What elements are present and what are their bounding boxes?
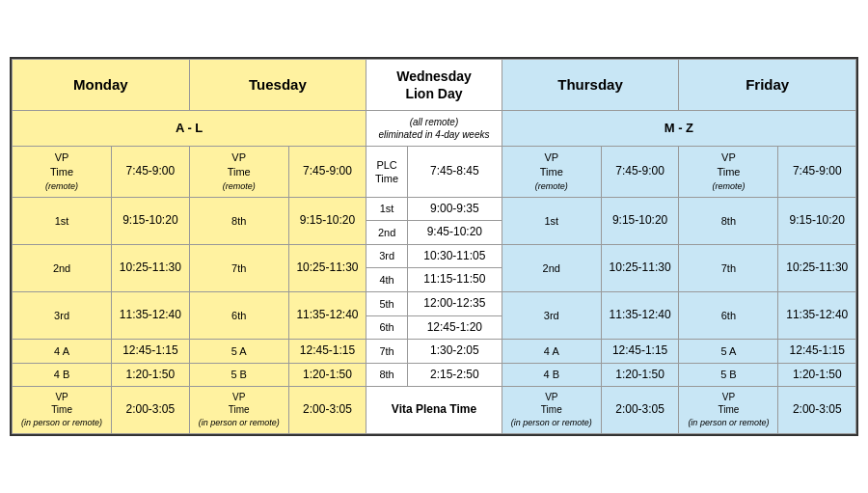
wed-5th-time: 12:00-12:35 xyxy=(407,291,502,315)
thu-3rd-label: 3rd xyxy=(502,291,601,339)
thu-2nd-time: 10:25-11:30 xyxy=(601,244,678,291)
fri-vp-label: VPTime(remote) xyxy=(679,147,778,197)
wed-plc-time: 7:45-8:45 xyxy=(407,147,502,197)
wed-8th-time: 2:15-2:50 xyxy=(407,363,502,387)
friday-header: Friday xyxy=(679,59,856,110)
mon-4a-label: 4 A xyxy=(13,340,112,364)
tue-6th-label: 6th xyxy=(189,291,288,339)
mon-4b-label: 4 B xyxy=(13,363,112,387)
wed-plc-label: PLCTime xyxy=(366,147,408,197)
tue-vp-label: VPTime(remote) xyxy=(189,147,288,197)
fri-8th-label: 8th xyxy=(679,197,778,244)
mon-3rd-time: 11:35-12:40 xyxy=(112,291,189,339)
fri-5a-label: 5 A xyxy=(679,340,778,364)
tue-vp-end-time: 2:00-3:05 xyxy=(288,387,366,434)
fri-vp-time: 7:45-9:00 xyxy=(778,147,856,197)
thu-1st-time: 9:15-10:20 xyxy=(601,197,678,244)
mon-vp-time: 7:45-9:00 xyxy=(112,147,189,197)
wed-7th-label: 7th xyxy=(366,340,408,364)
fri-5b-label: 5 B xyxy=(679,363,778,387)
mon-vp-end-time: 2:00-3:05 xyxy=(112,387,189,434)
tue-7th-time: 10:25-11:30 xyxy=(288,244,366,291)
tue-7th-label: 7th xyxy=(189,244,288,291)
wed-1st-time: 9:00-9:35 xyxy=(407,197,502,221)
thu-vp-end-time: 2:00-3:05 xyxy=(601,387,678,434)
tue-5b-time: 1:20-1:50 xyxy=(288,363,366,387)
fri-7th-time: 10:25-11:30 xyxy=(778,244,856,291)
wed-2nd-label: 2nd xyxy=(366,221,408,245)
mon-2nd-label: 2nd xyxy=(13,244,112,291)
mon-1st-label: 1st xyxy=(13,197,112,244)
wed-vita-plena-label: Vita Plena Time xyxy=(366,387,502,434)
wed-4th-time: 11:15-11:50 xyxy=(407,268,502,292)
fri-5a-time: 12:45-1:15 xyxy=(778,340,856,364)
mon-4b-time: 1:20-1:50 xyxy=(112,363,189,387)
wed-1st-label: 1st xyxy=(366,197,408,221)
thu-vp-end-label: VPTime(in person or remote) xyxy=(502,387,601,434)
schedule-table: Monday Tuesday WednesdayLion Day Thursda… xyxy=(10,57,858,436)
mon-3rd-label: 3rd xyxy=(13,291,112,339)
fri-6th-time: 11:35-12:40 xyxy=(778,291,856,339)
tue-5a-label: 5 A xyxy=(189,340,288,364)
wed-4th-label: 4th xyxy=(366,268,408,292)
mon-1st-time: 9:15-10:20 xyxy=(112,197,189,244)
tue-vp-end-label: VPTime(in person or remote) xyxy=(189,387,288,434)
wed-5th-label: 5th xyxy=(366,291,408,315)
mon-2nd-time: 10:25-11:30 xyxy=(112,244,189,291)
wed-6th-time: 12:45-1:20 xyxy=(407,315,502,340)
tue-5b-label: 5 B xyxy=(189,363,288,387)
thu-3rd-time: 11:35-12:40 xyxy=(601,291,678,339)
monday-header: Monday xyxy=(13,59,190,110)
thu-4b-label: 4 B xyxy=(502,363,601,387)
wed-note: (all remote)eliminated in 4-day weeks xyxy=(366,111,502,147)
wed-8th-label: 8th xyxy=(366,363,408,387)
thu-2nd-label: 2nd xyxy=(502,244,601,291)
thu-4a-time: 12:45-1:15 xyxy=(601,340,678,364)
fri-6th-label: 6th xyxy=(679,291,778,339)
mz-subheader: M - Z xyxy=(502,111,855,147)
fri-vp-end-time: 2:00-3:05 xyxy=(778,387,856,434)
tue-6th-time: 11:35-12:40 xyxy=(288,291,366,339)
tue-5a-time: 12:45-1:15 xyxy=(288,340,366,364)
thu-vp-label: VPTime(remote) xyxy=(502,147,601,197)
wed-3rd-label: 3rd xyxy=(366,244,408,268)
thursday-header: Thursday xyxy=(502,59,679,110)
mon-4a-time: 12:45-1:15 xyxy=(112,340,189,364)
thu-4a-label: 4 A xyxy=(502,340,601,364)
tue-8th-label: 8th xyxy=(189,197,288,244)
tue-8th-time: 9:15-10:20 xyxy=(288,197,366,244)
wed-3rd-time: 10:30-11:05 xyxy=(407,244,502,268)
mon-vp-end-label: VPTime(in person or remote) xyxy=(13,387,112,434)
fri-vp-end-label: VPTime(in person or remote) xyxy=(679,387,778,434)
al-subheader: A - L xyxy=(13,111,366,147)
wed-7th-time: 1:30-2:05 xyxy=(407,340,502,364)
fri-5b-time: 1:20-1:50 xyxy=(778,363,856,387)
tuesday-header: Tuesday xyxy=(189,59,366,110)
thu-4b-time: 1:20-1:50 xyxy=(601,363,678,387)
thu-vp-time: 7:45-9:00 xyxy=(601,147,678,197)
fri-8th-time: 9:15-10:20 xyxy=(778,197,856,244)
tue-vp-time: 7:45-9:00 xyxy=(288,147,366,197)
thu-1st-label: 1st xyxy=(502,197,601,244)
wed-6th-label: 6th xyxy=(366,315,408,340)
mon-vp-label: VPTime(remote) xyxy=(13,147,112,197)
fri-7th-label: 7th xyxy=(679,244,778,291)
wed-2nd-time: 9:45-10:20 xyxy=(407,221,502,245)
wednesday-header: WednesdayLion Day xyxy=(366,59,502,110)
